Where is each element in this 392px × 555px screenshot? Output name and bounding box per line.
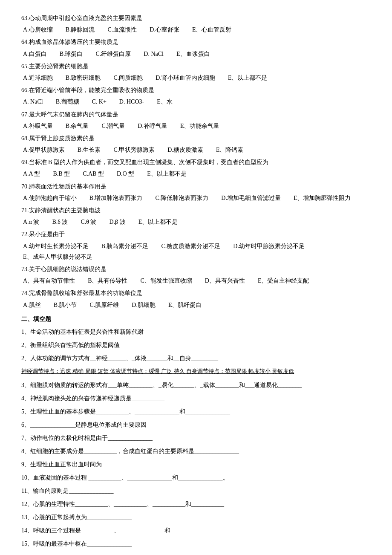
fill-item: 2、人体功能的调节方式有__神经______、_体液_______和__自身__…	[21, 353, 371, 364]
exam-content: 63.心动周期中引起心室血液充盈的主要因素是A.心房收缩B.静脉回流C.血流惯性…	[21, 13, 371, 555]
option: A.白蛋白	[23, 49, 47, 59]
option: C.AB 型	[83, 168, 104, 179]
question-68: 68.属于肾上腺皮质激素的是A.促甲状腺激素B.生长素C.甲状旁腺激素D.糖皮质…	[21, 133, 371, 155]
options-row: A.白蛋白B.球蛋白C.纤维蛋白原D. NaClE、血浆蛋白	[21, 49, 371, 59]
question-69: 69.当标准 B 型的人作为供血者，而交叉配血出现主侧凝集、次侧不凝集时，受血者…	[21, 157, 371, 179]
option: B.致密斑细胞	[66, 72, 101, 83]
options-row: A.幼年时生长素分泌不足B.胰岛素分泌不足C.糖皮质激素分泌不足D.幼年时甲腺激…	[21, 241, 371, 262]
fill-item: 神经调节特点：迅速 精确 局限 短暂 体液调节特点：缓慢 广泛 持久 自身调节特…	[21, 366, 371, 377]
option: B.增加肺泡表面张力	[89, 193, 143, 203]
option: C.潮气量	[101, 121, 125, 131]
option: D.补呼气量	[138, 121, 167, 131]
fill-item: 1、生命活动的基本特征表是兴奋性和新陈代谢	[21, 326, 371, 338]
fill-item: 2、衡量组织兴奋性高低的指标是阈值	[21, 339, 371, 351]
option: E、降钙素	[216, 145, 244, 155]
option: D. NaCl	[144, 49, 164, 59]
section2-title: 二、填空题	[21, 314, 371, 324]
option: E、肌纤蛋白	[168, 300, 202, 310]
option: B.葡萄糖	[56, 96, 79, 107]
options-row: A.A 型B.B 型C.AB 型D.O 型E、以上都不是	[21, 168, 371, 179]
option: B、具有传导性	[88, 275, 127, 286]
option: D.幼年时甲腺激素分泌不足	[233, 241, 305, 251]
question-74: 74.完成骨骼肌收缩和舒张最基本的功能单位是A.肌丝B.肌小节C.肌原纤维D.肌…	[21, 288, 371, 310]
fill-item: 13、心脏的正常起搏点为_______________	[21, 512, 371, 523]
question-63: 63.心动周期中引起心室血液充盈的主要因素是A.心房收缩B.静脉回流C.血流惯性…	[21, 13, 371, 35]
option: D.心室舒张	[150, 24, 179, 35]
option: B.肌小节	[54, 300, 77, 310]
fill-section: 1、生命活动的基本特征表是兴奋性和新陈代谢2、衡量组织兴奋性高低的指标是阈值2、…	[21, 326, 371, 550]
question-64: 64.构成血浆晶体渗透压的主要物质是A.白蛋白B.球蛋白C.纤维蛋白原D. Na…	[21, 37, 371, 59]
options-row: A.补吸气量B.余气量C.潮气量D.补呼气量E、功能余气量	[21, 121, 371, 131]
options-row: A.心房收缩B.静脉回流C.血流惯性D.心室舒张E、心血管反射	[21, 24, 371, 35]
question-73: 73.关于心肌细胞的说法错误的是A、具有自动节律性B、具有传导性C、能发生强直收…	[21, 264, 371, 286]
option: B.静脉回流	[66, 24, 95, 35]
option: C.降低肺泡表面张力	[155, 193, 208, 203]
options-row: A、具有自动节律性B、具有传导性C、能发生强直收缩D、具有兴奋性E、受自主神经支…	[21, 275, 371, 286]
question-title: 74.完成骨骼肌收缩和舒张最基本的功能单位是	[21, 288, 371, 298]
option: C.糖皮质激素分泌不足	[161, 241, 220, 251]
fill-item: 9、生理性止血正常出血时间为_______________	[21, 459, 371, 471]
option: E、以上都不是	[228, 72, 268, 83]
option: A.使肺泡趋向于缩小	[23, 193, 77, 203]
fill-item: 10、血液凝固的基本过程 ___________、_______________…	[21, 472, 371, 484]
option: E、血浆蛋白	[176, 49, 210, 59]
option: C.纤维蛋白原	[95, 49, 131, 59]
option: B.δ 波	[52, 217, 68, 227]
option: E、受自主神经支配	[258, 275, 309, 286]
fill-item: 6、_______________是静息电位形成的主要原因	[21, 419, 371, 431]
option: E、增加胸廓弹性阻力	[294, 193, 351, 203]
options-row: A.肌丝B.肌小节C.肌原纤维D.肌细胞E、肌纤蛋白	[21, 300, 371, 310]
option: A. NaCl	[23, 96, 43, 107]
option: E、以上都不是	[147, 168, 187, 179]
option: A.近球细胞	[23, 72, 53, 83]
fill-item: 12、心肌的生理特性___________、___________、______…	[21, 498, 371, 510]
option: A.心房收缩	[23, 24, 53, 35]
option: E、水	[157, 96, 173, 107]
option: B.球蛋白	[60, 49, 83, 59]
option: C、能发生强直收缩	[140, 275, 192, 286]
option: A.肌丝	[23, 300, 41, 310]
option: D.肾小球血管内皮细胞	[156, 72, 215, 83]
question-title: 73.关于心肌细胞的说法错误的是	[21, 264, 371, 275]
option: C.血流惯性	[107, 24, 137, 35]
question-title: 67.最大呼气末仍留在肺内的气体量是	[21, 109, 371, 120]
fill-item: 15、呼吸的最基本中枢在_______________	[21, 538, 371, 550]
option: A、具有自动节律性	[23, 275, 75, 286]
question-title: 71.安静清醒状态的主要脑电波	[21, 205, 371, 216]
options-row: A.促甲状腺激素B.生长素C.甲状旁腺激素D.糖皮质激素E、降钙素	[21, 145, 371, 155]
option: A.α 波	[23, 217, 39, 227]
fill-item: 5、生理性止血的基本步骤是___________、_______________…	[21, 406, 371, 418]
option: B.胰岛素分泌不足	[101, 241, 149, 251]
option: E、以上都不是	[138, 217, 178, 227]
options-row: A.近球细胞B.致密斑细胞C.间质细胞D.肾小球血管内皮细胞E、以上都不是	[21, 72, 371, 83]
option: B.生长素	[78, 145, 101, 155]
question-65: 65.主要分泌肾素的细胞是A.近球细胞B.致密斑细胞C.间质细胞D.肾小球血管内…	[21, 61, 371, 83]
option: D.O 型	[117, 168, 134, 179]
question-title: 64.构成血浆晶体渗透压的主要物质是	[21, 37, 371, 47]
option: C.间质细胞	[113, 72, 143, 83]
option: C. K+	[92, 96, 107, 107]
question-67: 67.最大呼气末仍留在肺内的气体量是A.补吸气量B.余气量C.潮气量D.补呼气量…	[21, 109, 371, 131]
option: D.β 波	[109, 217, 125, 227]
question-title: 65.主要分泌肾素的细胞是	[21, 61, 371, 72]
option: E、成年人甲状腺分泌不足	[23, 251, 92, 262]
option: B.余气量	[66, 121, 89, 131]
question-title: 63.心动周期中引起心室血液充盈的主要因素是	[21, 13, 371, 23]
fill-item: 11、输血的原则是_______________	[21, 485, 371, 497]
option: D. HCO3-	[119, 96, 144, 107]
question-title: 70.肺表面活性物质的基本作用是	[21, 181, 371, 192]
fill-item: 8、红细胞的主要成分是___________，合成血红蛋白的主要原料是_____…	[21, 445, 371, 457]
question-title: 69.当标准 B 型的人作为供血者，而交叉配血出现主侧凝集、次侧不凝集时，受血者…	[21, 157, 371, 168]
option: B.B 型	[53, 168, 70, 179]
fill-item: 4、神经肌肉接头处的兴奋传递神经递质是___________	[21, 393, 371, 405]
option: D.糖皮质激素	[167, 145, 203, 155]
option: A.A 型	[23, 168, 40, 179]
section2: 二、填空题 1、生命活动的基本特征表是兴奋性和新陈代谢2、衡量组织兴奋性高低的指…	[21, 314, 371, 550]
question-title: 72.呆小症是由于	[21, 229, 371, 240]
option: E、功能余气量	[180, 121, 220, 131]
question-72: 72.呆小症是由于A.幼年时生长素分泌不足B.胰岛素分泌不足C.糖皮质激素分泌不…	[21, 229, 371, 262]
fill-item: 3、细胞膜对物质的转运的形式有___单纯________、_易化_______、…	[21, 379, 371, 391]
fill-item: 7、动作电位的去极化时相是由于_______________	[21, 432, 371, 444]
question-71: 71.安静清醒状态的主要脑电波A.α 波B.δ 波C.θ 波D.β 波E、以上都…	[21, 205, 371, 227]
questions-section: 63.心动周期中引起心室血液充盈的主要因素是A.心房收缩B.静脉回流C.血流惯性…	[21, 13, 371, 310]
